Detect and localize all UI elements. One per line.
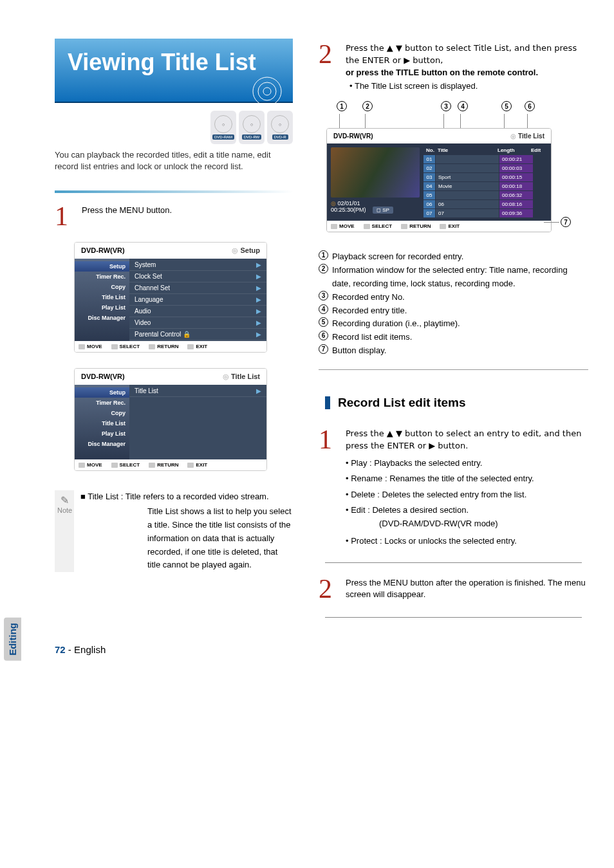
callout-6: 6: [525, 101, 535, 111]
rings-icon: [228, 69, 286, 108]
arrow-icon: ▶: [256, 284, 261, 291]
title-list-row: 04Movie00:00:18: [423, 182, 549, 190]
legend-3: Recorded entry No.: [332, 291, 588, 304]
osd2-side-timer: Timer Rec.: [75, 398, 129, 408]
osd1-side-play: Play List: [75, 302, 129, 313]
tl-hdr-title: Title: [438, 147, 498, 153]
page-number: 72: [55, 644, 66, 655]
edit-item-protect: Protect : Locks or unlocks the selected …: [346, 533, 588, 549]
title-list-row: 060600:08:16: [423, 200, 549, 208]
osd1-side-setup: Setup: [75, 261, 129, 272]
edit-step2-text: Press the MENU button after the operatio…: [346, 573, 588, 602]
osd1-row-parental: Parental Control 🔒: [135, 331, 191, 338]
osd-foot-select: SELECT: [111, 344, 140, 349]
osd-foot-return: RETURN: [149, 344, 178, 349]
tl-hdr-no: No.: [426, 147, 438, 153]
callout-7: 7: [561, 217, 571, 227]
step2-line1: Press the ▲ ▼ button to select Title Lis…: [346, 43, 577, 65]
title-banner: Viewing Title List: [55, 39, 293, 103]
svg-point-2: [263, 88, 271, 95]
page-lang: English: [74, 644, 106, 655]
edit-item-edit-sub: (DVD-RAM/DVD-RW(VR mode): [346, 518, 588, 530]
callout-2: 2: [362, 101, 373, 111]
arrow-icon: ▶: [256, 261, 261, 268]
osd1-row-audio: Audio: [135, 308, 151, 315]
section-bar-icon: [325, 396, 330, 409]
edit-step1-text: Press the ▲ ▼ button to select an entry …: [346, 429, 581, 450]
title-list-screenshot: 1 2 3 4 5 6 DVD-RW(VR) Title List: [326, 101, 552, 232]
edit-item-delete: Delete : Deletes the selected entry from…: [346, 487, 588, 503]
osd1-row-channel: Channel Set: [135, 284, 170, 291]
legend-2: Information window for the selected entr…: [332, 264, 588, 291]
divider: [55, 190, 293, 193]
osd1-row-language: Language: [135, 296, 163, 303]
section-title: Record List edit items: [338, 396, 466, 410]
arrow-icon: ▶: [256, 273, 261, 280]
edit-item-rename: Rename : Renames the title of the select…: [346, 471, 588, 486]
osd2-side-play: Play List: [75, 429, 129, 439]
title-list-row: 070700:09:36: [423, 209, 549, 217]
osd-foot-move: MOVE: [79, 344, 102, 349]
osd2-head-left: DVD-RW(VR): [81, 373, 125, 381]
tl-head-right: Title List: [510, 133, 544, 140]
legend-7: Button display.: [332, 344, 588, 358]
callout-3: 3: [441, 101, 451, 111]
tl-head-left: DVD-RW(VR): [333, 133, 373, 140]
edit-step-number-1: 1: [319, 424, 340, 455]
osd1-row-video: Video: [135, 319, 151, 326]
tl-sp-badge: ◻ SP: [373, 207, 393, 214]
edit-step-number-2: 2: [319, 573, 340, 604]
title-list-row: 0500:06:32: [423, 191, 549, 199]
osd2-side-setup: Setup: [75, 387, 129, 398]
title-list-row: 03Sport00:00:15: [423, 173, 549, 181]
step-1-text: Press the MENU button.: [82, 201, 293, 217]
step2-line3: The Title List screen is displayed.: [346, 80, 588, 93]
intro-text: You can playback the recorded titles, ed…: [55, 149, 293, 172]
osd2-side-title: Title List: [75, 418, 129, 429]
tl-time: 00:25:30(PM): [331, 207, 366, 213]
osd-foot-select: SELECT: [111, 462, 140, 468]
tl-foot-select: SELECT: [364, 223, 393, 229]
osd-titlelist-menu: DVD-RW(VR) Title List Setup Timer Rec. C…: [74, 368, 267, 471]
note-label: Note: [57, 506, 71, 514]
osd-foot-exit: EXIT: [187, 344, 207, 349]
disc-icon-r: ○DVD-R: [267, 111, 293, 144]
callout-legend: 1Playback screen for recorded entry. 2In…: [319, 250, 588, 357]
legend-5: Recording duration (i.e., playtime).: [332, 317, 588, 331]
osd1-head-left: DVD-RW(VR): [81, 246, 125, 255]
note-box: ✎ Note ■ Title List : Title refers to a …: [55, 490, 293, 572]
osd2-side-copy: Copy: [75, 408, 129, 418]
callout-4: 4: [458, 101, 468, 111]
svg-point-1: [258, 82, 276, 100]
note-body: Title List shows a list to help you sele…: [80, 505, 293, 572]
arrow-icon: ▶: [256, 331, 261, 338]
step-number-2: 2: [319, 39, 340, 69]
disc-icons: ○DVD-RAM ○DVD-RW ○DVD-R: [55, 111, 293, 144]
tl-foot-exit: EXIT: [440, 223, 460, 229]
osd1-side-timer: Timer Rec.: [75, 272, 129, 282]
tl-hdr-length: Length: [498, 147, 531, 153]
callout-1: 1: [337, 101, 347, 111]
arrow-icon: ▶: [256, 296, 261, 303]
divider: [319, 369, 588, 370]
osd2-row-titlelist: Title List: [135, 387, 158, 394]
legend-4: Recorded entry title.: [332, 304, 588, 318]
disc-icon-ram: ○DVD-RAM: [210, 111, 236, 144]
note-icon: ✎: [57, 494, 71, 506]
disc-icon-rw: ○DVD-RW: [239, 111, 265, 144]
osd1-row-system: System: [135, 261, 156, 268]
osd-foot-return: RETURN: [149, 462, 178, 468]
preview-thumbnail: [331, 147, 420, 198]
osd2-head-right: Title List: [223, 373, 260, 381]
page-footer: 72 - English: [55, 644, 106, 655]
tl-date: 02/01/01: [331, 200, 420, 207]
osd-foot-move: MOVE: [79, 462, 102, 468]
osd-foot-exit: EXIT: [187, 462, 207, 468]
osd1-side-disc: Disc Manager: [75, 313, 129, 323]
osd1-side-copy: Copy: [75, 282, 129, 292]
legend-1: Playback screen for recorded entry.: [332, 250, 588, 264]
step-number-1: 1: [55, 201, 77, 232]
note-bullet: ■: [80, 492, 86, 501]
lock-icon: 🔒: [183, 331, 191, 338]
osd1-head-right: Setup: [232, 246, 260, 255]
